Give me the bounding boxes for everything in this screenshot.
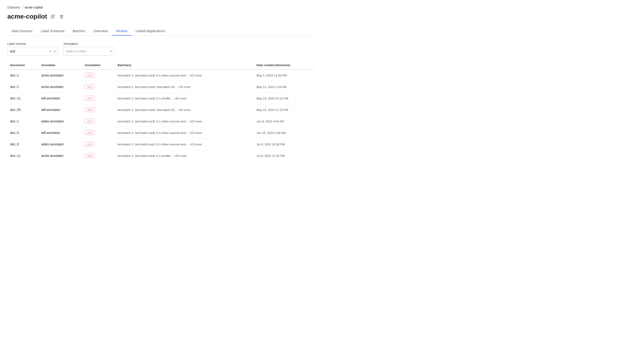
- cell-batches: test-batch-1, test-batch-asdf, b-1-other…: [115, 138, 254, 150]
- table-row: doc::0 will.annotator asd test-batch-1, …: [7, 127, 314, 138]
- label-schema-select[interactable]: asd ✕ ▾: [7, 47, 58, 55]
- cell-annotator: annie.annotator: [38, 81, 82, 93]
- cell-batches: test-batch-1, test-batch-asdf, new-batch…: [115, 104, 254, 115]
- label-schema-clear-button[interactable]: ✕: [48, 49, 52, 53]
- table-row: doc::2 annie.annotator asd test-batch-1,…: [7, 81, 314, 93]
- table-row: doc::25 will.annotator asd test-batch-1,…: [7, 104, 314, 115]
- cell-document: doc::0: [7, 138, 38, 150]
- cell-date-created: Jul 9, 2024 11:25 PM: [254, 150, 314, 161]
- tab-review[interactable]: Review: [112, 27, 132, 36]
- cell-document: doc::11: [7, 93, 38, 104]
- cell-annotator: annie.annotator: [38, 69, 82, 81]
- cell-annotator: will.annotator: [38, 93, 82, 104]
- cell-date-created: Jun 8, 2024 4:44 AM: [254, 115, 314, 127]
- breadcrumb-current: acme-copilot: [24, 5, 43, 9]
- table-header-row: Document Annotator Annotation Batch(es) …: [7, 61, 314, 69]
- annotators-chevron-icon: ▾: [110, 50, 112, 53]
- table-row: doc::11 annie.annotator asd test-batch-1…: [7, 150, 314, 161]
- cell-annotator: will.annotator: [38, 104, 82, 115]
- table-row: doc::0 adam.annotator asd test-batch-1, …: [7, 138, 314, 150]
- cell-annotation: asd: [82, 104, 115, 115]
- annotators-label: Annotators: [64, 42, 114, 45]
- label-schema-filter: Label schema asd ✕ ▾: [7, 42, 58, 55]
- cell-annotation: asd: [82, 115, 115, 127]
- col-batches: Batch(es): [115, 61, 254, 69]
- cell-document: doc::1: [7, 69, 38, 81]
- cell-annotation: asd: [82, 81, 115, 93]
- annotations-table-container: Document Annotator Annotation Batch(es) …: [7, 61, 314, 161]
- cell-annotator: adam.annotator: [38, 115, 82, 127]
- page-title: acme-copilot: [7, 13, 47, 20]
- cell-annotation: asd: [82, 150, 115, 161]
- cell-annotator: annie.annotator: [38, 150, 82, 161]
- cell-document: doc::2: [7, 81, 38, 93]
- label-schema-label: Label schema: [7, 42, 58, 45]
- cell-batches: test-batch-1, test-batch-asdf, b-1-other…: [115, 115, 254, 127]
- cell-date-created: Jul 9, 2024 10:38 PM: [254, 138, 314, 150]
- cell-date-created: Jun 15, 2024 2:28 AM: [254, 127, 314, 138]
- tab-label-schemas[interactable]: Label Schemas: [36, 27, 68, 36]
- tab-overview[interactable]: Overview: [90, 27, 112, 36]
- label-schema-value: asd: [10, 49, 47, 53]
- cell-batches: test-batch-1, test-batch-asdf, b-1-shuff…: [115, 150, 254, 161]
- cell-batches: test-batch-1, test-batch-asdf, b-1-other…: [115, 69, 254, 81]
- cell-annotation: asd: [82, 127, 115, 138]
- cell-document: doc::25: [7, 104, 38, 115]
- cell-document: doc::11: [7, 150, 38, 161]
- cell-document: doc::0: [7, 127, 38, 138]
- cell-annotation: asd: [82, 69, 115, 81]
- cell-document: doc::1: [7, 115, 38, 127]
- cell-batches: test-batch-1, test-batch-asdf, new-batch…: [115, 81, 254, 93]
- annotators-placeholder: Select a value: [66, 49, 108, 53]
- cell-date-created: May 13, 2024 11:32 PM: [254, 104, 314, 115]
- cell-batches: test-batch-1, test-batch-asdf, b-1-other…: [115, 127, 254, 138]
- annotations-table: Document Annotator Annotation Batch(es) …: [7, 61, 314, 161]
- breadcrumb-parent[interactable]: Datasets: [7, 5, 20, 9]
- tabs-container: Data Sources Label Schemas Batches Overv…: [7, 27, 314, 36]
- tab-batches[interactable]: Batches: [68, 27, 89, 36]
- filters-row: Label schema asd ✕ ▾ Annotators Select a…: [7, 42, 314, 55]
- cell-annotator: will.annotator: [38, 127, 82, 138]
- cell-date-created: May 5, 2024 12:46 PM: [254, 69, 314, 81]
- label-schema-chevron-icon: ▾: [54, 50, 56, 53]
- page-title-row: acme-copilot: [7, 13, 314, 20]
- table-row: doc::1 adam.annotator asd test-batch-1, …: [7, 115, 314, 127]
- cell-annotation: asd: [82, 93, 115, 104]
- cell-date-created: May 13, 2024 10:14 PM: [254, 93, 314, 104]
- cell-annotator: adam.annotator: [38, 138, 82, 150]
- edit-icon: [51, 14, 55, 18]
- annotators-filter: Annotators Select a value ▾: [64, 42, 114, 55]
- col-date-created: Date created (timezone): [254, 61, 314, 69]
- edit-button[interactable]: [50, 13, 56, 19]
- tab-linked-applications[interactable]: Linked Applications: [132, 27, 169, 36]
- col-document: Document: [7, 61, 38, 69]
- table-row: doc::1 annie.annotator asd test-batch-1,…: [7, 69, 314, 81]
- cell-annotation: asd: [82, 138, 115, 150]
- table-row: doc::11 will.annotator asd test-batch-1,…: [7, 93, 314, 104]
- breadcrumb-separator: /: [22, 5, 23, 9]
- annotators-select[interactable]: Select a value ▾: [64, 47, 114, 55]
- tab-data-sources[interactable]: Data Sources: [7, 27, 36, 36]
- cell-date-created: May 11, 2024 1:03 AM: [254, 81, 314, 93]
- col-annotation: Annotation: [82, 61, 115, 69]
- cell-batches: test-batch-1, test-batch-asdf, b-1-shuff…: [115, 93, 254, 104]
- col-annotator: Annotator: [38, 61, 82, 69]
- breadcrumb: Datasets / acme-copilot: [7, 5, 314, 9]
- delete-button[interactable]: [58, 13, 64, 19]
- delete-icon: [60, 14, 64, 18]
